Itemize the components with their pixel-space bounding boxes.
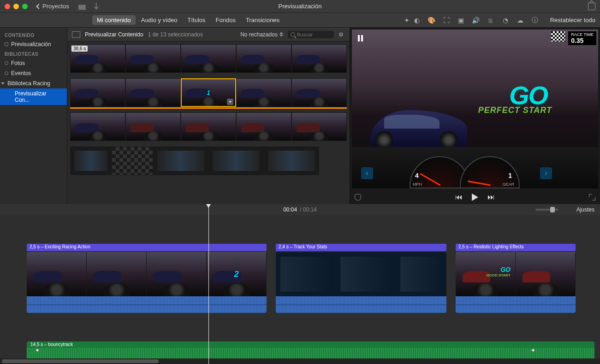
- clip-thumb-selected[interactable]: 1: [181, 78, 236, 107]
- play-button[interactable]: [472, 194, 478, 201]
- clip-title: 2,5 s – Realistic Lighting Effects: [456, 244, 576, 251]
- reset-all-button[interactable]: Restablecer todo: [550, 17, 595, 23]
- timeline-header: 00:04 / 00:14 Ajustes: [0, 204, 600, 215]
- enhance-wand-icon[interactable]: [404, 16, 412, 24]
- clip-thumb[interactable]: [112, 147, 153, 175]
- share-icon[interactable]: [588, 3, 595, 10]
- back-to-projects[interactable]: Proyectos: [37, 3, 69, 10]
- playhead[interactable]: [208, 204, 209, 364]
- clip-waveform[interactable]: [456, 296, 576, 313]
- dashboard-graphic: MPH 4 GEAR 1 ‹ ›: [352, 147, 598, 188]
- search-field[interactable]: [288, 31, 334, 38]
- pause-indicator: [356, 34, 365, 42]
- window-title: Previsualización: [279, 3, 322, 10]
- minimize-window[interactable]: [13, 4, 19, 9]
- clip-thumb[interactable]: [264, 147, 319, 175]
- zoom-window[interactable]: [22, 4, 28, 9]
- main-area: CONTENIDO Previsualización BIBLIOTECAS F…: [0, 28, 600, 204]
- timeline-settings-button[interactable]: Ajustes: [576, 206, 594, 213]
- effects-icon[interactable]: ☁: [516, 16, 524, 24]
- sidebar-item-events[interactable]: Eventos: [0, 68, 67, 78]
- prev-button[interactable]: ⏮: [455, 193, 463, 201]
- perfect-start-text: PERFECT START: [478, 106, 552, 115]
- import-icon[interactable]: [78, 3, 86, 10]
- clip-thumb[interactable]: [70, 112, 125, 141]
- gear-icon[interactable]: ⚙: [339, 31, 345, 38]
- timeline: 00:04 / 00:14 Ajustes 2,5 s – Exciting R…: [0, 204, 600, 364]
- clip-thumb[interactable]: [208, 147, 264, 175]
- clip-thumb[interactable]: [236, 112, 291, 141]
- filter-dropdown[interactable]: No rechazados: [240, 31, 283, 38]
- download-icon[interactable]: [94, 3, 99, 10]
- zoom-slider[interactable]: [535, 209, 558, 211]
- fullscreen-icon[interactable]: [589, 194, 595, 200]
- clip-thumb[interactable]: [236, 44, 291, 73]
- timecode-current: 00:04: [283, 206, 297, 213]
- sidebar-header-content: CONTENIDO: [0, 30, 67, 39]
- timeline-clip-1[interactable]: 2,5 s – Exciting Racing Action 2: [27, 252, 267, 313]
- crop-icon[interactable]: ⛶: [442, 16, 451, 24]
- clip-thumb[interactable]: [70, 78, 125, 107]
- photos-icon: [5, 61, 8, 65]
- clip-thumb[interactable]: [181, 112, 236, 141]
- stabilize-icon[interactable]: ▣: [457, 16, 465, 24]
- disclosure-triangle-icon[interactable]: [1, 82, 5, 84]
- timeline-clip-2[interactable]: 2,4 s – Track Your Stats: [276, 252, 446, 313]
- clip-waveform[interactable]: [276, 296, 446, 313]
- clip-thumb[interactable]: [153, 147, 208, 175]
- clip-filmstrip-4[interactable]: [70, 147, 347, 175]
- sidebar-item-library[interactable]: Biblioteca Racing: [0, 78, 67, 88]
- clip-title: 2,5 s – Exciting Racing Action: [27, 244, 267, 251]
- preview-icon: [5, 42, 8, 46]
- voiceover-icon[interactable]: [355, 194, 361, 200]
- info-icon[interactable]: ⓘ: [531, 16, 539, 24]
- sidebar-item-preview[interactable]: Previsualización: [0, 39, 67, 49]
- color-balance-icon[interactable]: ◐: [413, 16, 421, 24]
- media-toolbar: Mi contenido Audio y vídeo Títulos Fondo…: [0, 13, 600, 28]
- clip-thumb[interactable]: [181, 44, 236, 73]
- updown-icon: [279, 32, 283, 37]
- clip-filmstrip-3[interactable]: [70, 112, 347, 141]
- tab-titles[interactable]: Títulos: [183, 15, 210, 25]
- shift-up-button: ›: [540, 167, 552, 179]
- sidebar-item-library-event[interactable]: Previsualizar Con...: [0, 88, 67, 105]
- search-input[interactable]: [297, 32, 329, 37]
- timeline-clip-3[interactable]: 2,5 s – Realistic Lighting Effects GOGOO…: [456, 252, 576, 313]
- preview-canvas[interactable]: RACE TIME 0.35 GO PERFECT START MPH 4 GE…: [352, 29, 598, 188]
- next-button[interactable]: ⏭: [487, 193, 495, 201]
- timeline-audio-track[interactable]: 14,5 s – bouncytrack: [27, 341, 594, 360]
- media-tabs: Mi contenido Audio y vídeo Títulos Fondo…: [92, 15, 284, 25]
- tab-transitions[interactable]: Transiciones: [241, 15, 284, 25]
- timeline-body[interactable]: 2,5 s – Exciting Racing Action 2 2,4 s –…: [0, 215, 600, 363]
- tab-audio-video[interactable]: Audio y vídeo: [137, 15, 182, 25]
- clip-filmstrip-2[interactable]: 1: [70, 78, 347, 107]
- horizontal-scrollbar[interactable]: [0, 358, 600, 364]
- clip-thumb[interactable]: [125, 44, 181, 73]
- clip-thumb[interactable]: [291, 112, 347, 141]
- volume-icon[interactable]: 🔊: [472, 16, 480, 24]
- clip-thumb[interactable]: 38,6 s: [70, 44, 125, 73]
- tachometer-gauge: GEAR 1: [460, 156, 520, 188]
- clip-thumb[interactable]: [125, 78, 181, 107]
- clip-waveform[interactable]: [27, 296, 267, 313]
- tab-my-content[interactable]: Mi contenido: [92, 15, 136, 25]
- clip-thumb[interactable]: [291, 78, 347, 107]
- equalizer-icon[interactable]: ⫼: [487, 16, 495, 24]
- speed-icon[interactable]: ◔: [501, 16, 510, 24]
- clip-thumb[interactable]: [70, 147, 112, 175]
- tab-backgrounds[interactable]: Fondos: [211, 15, 240, 25]
- clip-thumb[interactable]: [291, 44, 347, 73]
- toolbar-icons: [78, 3, 99, 10]
- clip-thumb[interactable]: [125, 112, 181, 141]
- window-controls: [5, 4, 28, 9]
- clip-thumb[interactable]: [236, 78, 291, 107]
- sidebar-item-photos[interactable]: Fotos: [0, 58, 67, 68]
- clip-view-toggle[interactable]: [72, 31, 80, 38]
- clips-grid[interactable]: 38,6 s 1: [67, 41, 350, 204]
- close-window[interactable]: [5, 4, 10, 9]
- scrollbar-thumb[interactable]: [2, 359, 159, 363]
- color-correction-icon[interactable]: 🎨: [428, 16, 436, 24]
- library-sidebar: CONTENIDO Previsualización BIBLIOTECAS F…: [0, 28, 67, 204]
- used-indicator: [70, 107, 347, 109]
- clip-filmstrip-1[interactable]: 38,6 s: [70, 44, 347, 73]
